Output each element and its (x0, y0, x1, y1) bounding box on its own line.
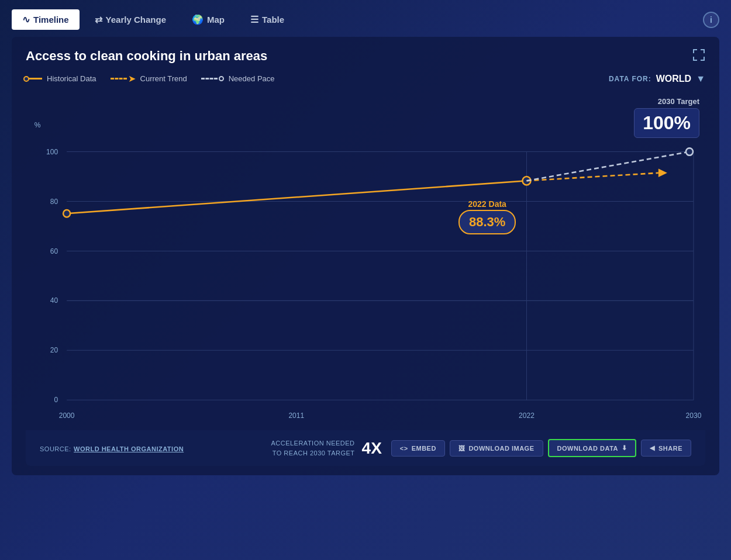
tab-map[interactable]: 🌍 Map (181, 9, 235, 30)
current-trend-label: Current Trend (140, 74, 187, 83)
svg-text:80: 80 (50, 197, 58, 205)
nav-tabs: ∿ Timeline ⇄ Yearly Change 🌍 Map ☰ Table… (12, 5, 719, 34)
download-image-label: DOWNLOAD IMAGE (468, 445, 534, 452)
acceleration-text: ACCELERATION NEEDED TO REACH 2030 TARGET (271, 438, 354, 458)
svg-point-20 (63, 210, 70, 217)
svg-text:2011: 2011 (288, 412, 304, 420)
data-tooltip: 2022 Data 88.3% (458, 199, 516, 234)
embed-label: EMBED (412, 445, 436, 452)
svg-text:2022: 2022 (519, 412, 535, 420)
main-card: Access to clean cooking in urban areas H (12, 37, 719, 475)
target-value-box: 100% (634, 108, 699, 138)
card-header: Access to clean cooking in urban areas (26, 49, 705, 64)
target-label: 2030 Target (634, 97, 699, 106)
download-image-button[interactable]: 🖼 DOWNLOAD IMAGE (450, 440, 543, 457)
tooltip-value-box: 88.3% (458, 210, 516, 234)
target-value: 100% (643, 112, 691, 133)
source-link[interactable]: WORLD HEALTH ORGANIZATION (74, 445, 184, 452)
map-icon: 🌍 (192, 14, 204, 25)
embed-icon: <> (400, 445, 408, 452)
tooltip-value: 88.3% (469, 215, 505, 229)
download-data-label: DOWNLOAD DATA (557, 445, 618, 452)
legend-needed-pace: Needed Pace (201, 74, 275, 83)
chart-svg: 100 80 60 40 20 0 % 2000 2011 2022 2030 (26, 91, 705, 430)
svg-point-25 (686, 148, 693, 155)
svg-text:60: 60 (50, 247, 58, 255)
historical-label: Historical Data (47, 74, 96, 83)
info-button[interactable]: i (703, 12, 719, 28)
svg-marker-23 (658, 169, 667, 178)
dropdown-arrow-icon[interactable]: ▼ (696, 74, 705, 84)
svg-text:20: 20 (50, 346, 58, 354)
data-for-label: DATA FOR: (609, 75, 651, 83)
footer-right: ACCELERATION NEEDED TO REACH 2030 TARGET… (271, 438, 691, 458)
svg-line-22 (526, 173, 658, 181)
tab-yearly-change[interactable]: ⇄ Yearly Change (84, 9, 177, 30)
expand-button[interactable] (692, 49, 705, 61)
tab-timeline[interactable]: ∿ Timeline (12, 9, 80, 30)
tab-table-label: Table (262, 15, 284, 25)
footer: SOURCE: WORLD HEALTH ORGANIZATION ACCELE… (26, 430, 705, 466)
acceleration-label-line2: TO REACH 2030 TARGET (273, 450, 355, 457)
share-button[interactable]: ◀ SHARE (641, 440, 691, 457)
table-icon: ☰ (250, 14, 258, 25)
share-label: SHARE (658, 445, 682, 452)
download-data-button[interactable]: DOWNLOAD DATA ⬇ (548, 439, 637, 457)
svg-line-24 (526, 152, 689, 181)
data-for-section: DATA FOR: WORLD ▼ (609, 74, 705, 84)
share-icon: ◀ (650, 444, 655, 452)
tooltip-year: 2022 Data (458, 199, 516, 209)
timeline-icon: ∿ (22, 14, 30, 25)
svg-text:100: 100 (46, 148, 58, 156)
card-title: Access to clean cooking in urban areas (26, 49, 267, 64)
svg-text:2000: 2000 (59, 412, 75, 420)
yearly-change-icon: ⇄ (95, 14, 102, 25)
tab-yearly-change-label: Yearly Change (106, 15, 166, 25)
svg-line-19 (67, 181, 526, 213)
download-image-icon: 🖼 (458, 445, 466, 452)
svg-text:40: 40 (50, 296, 58, 305)
chart-area: 2030 Target 100% 2022 Data 88.3% (26, 91, 705, 430)
info-icon: i (710, 15, 712, 25)
acceleration-label-line1: ACCELERATION NEEDED (271, 440, 354, 447)
download-data-icon: ⬇ (622, 444, 627, 452)
embed-button[interactable]: <> EMBED (391, 440, 445, 457)
tab-table[interactable]: ☰ Table (240, 9, 295, 30)
tab-map-label: Map (207, 15, 225, 25)
legend-current-trend: ➤ Current Trend (111, 73, 187, 84)
acceleration-value: 4X (362, 439, 382, 458)
needed-pace-label: Needed Pace (229, 74, 275, 83)
svg-text:2030: 2030 (686, 412, 702, 420)
legend-historical: Historical Data (26, 74, 96, 83)
source-section: SOURCE: WORLD HEALTH ORGANIZATION (40, 443, 184, 454)
source-prefix: SOURCE: (40, 445, 71, 452)
target-box: 2030 Target 100% (634, 97, 699, 138)
legend-row: Historical Data ➤ Current Trend Needed P… (26, 73, 705, 84)
svg-text:%: % (35, 121, 41, 129)
data-for-value: WORLD (656, 74, 691, 84)
footer-buttons: <> EMBED 🖼 DOWNLOAD IMAGE DOWNLOAD DATA … (391, 439, 691, 457)
tab-timeline-label: Timeline (33, 15, 69, 25)
svg-text:0: 0 (54, 396, 58, 404)
